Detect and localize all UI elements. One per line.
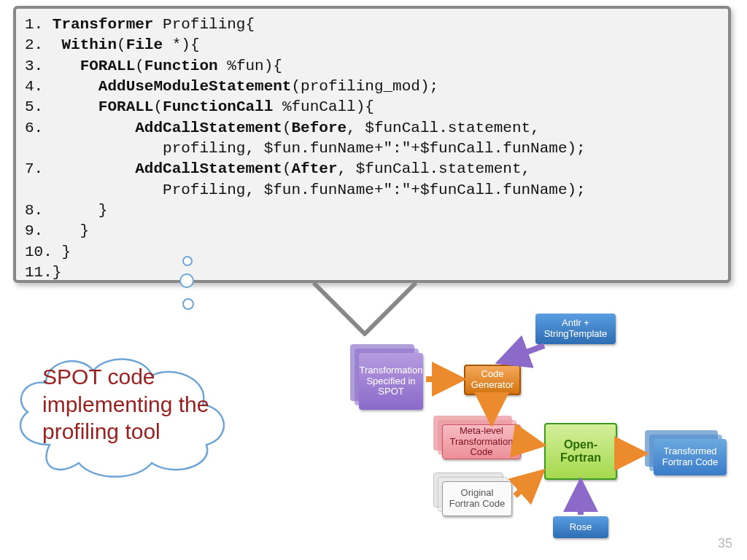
ln: 7. [25,160,135,177]
kw: FunctionCall [163,98,273,115]
architecture-diagram: Transformation Specified in SPOT Code Ge… [355,314,734,540]
tx: *){ [163,36,199,53]
kw: FORALL [98,98,154,115]
kw: AddCallStatement [135,120,282,136]
tx: ( [282,160,292,177]
tx: profiling, $fun.funName+":"+$funCall.fun… [25,140,586,157]
svg-line-3 [522,442,541,445]
ln: 5. [25,98,98,115]
tx: (profiling_mod); [291,78,438,95]
page-number: 35 [718,536,732,551]
kw: Within [61,36,117,53]
diagram-arrows-icon [355,314,734,540]
tx: Profiling{ [153,16,255,33]
tx: %fun){ [218,58,282,74]
ln: 6. [25,120,135,136]
cloud-text: SPOT code implementing the profiling too… [42,363,232,446]
tx: %funCall){ [273,98,374,115]
svg-line-4 [515,472,541,496]
tx: , $funCall.statement, [338,160,531,177]
kw: File [126,36,163,53]
ln: 4. [25,78,98,95]
ln: 1. [25,16,53,33]
tx: Profiling, $fun.funName+":"+$funCall.fun… [25,182,586,198]
ln: 2. [25,36,61,53]
tx: ( [135,58,144,74]
kw: Function [144,58,218,74]
tx: ( [153,98,163,115]
tx: ( [282,120,292,136]
svg-line-1 [500,346,544,362]
kw: AddCallStatement [135,160,282,177]
tx: ( [117,36,126,53]
kw: FORALL [80,58,136,74]
kw: AddUseModuleStatement [98,78,292,95]
kw: After [291,160,337,177]
kw: Transformer [53,16,154,33]
ln: 10. } [25,244,71,260]
ln: 11.} [25,264,61,281]
ln: 8. } [25,202,107,219]
code-block: 1. Transformer Profiling{ 2. Within(File… [13,6,731,283]
tx: , $funCall.statement, [347,120,540,136]
ln: 3. [25,58,80,74]
ln: 9. } [25,222,89,239]
kw: Before [291,120,347,136]
